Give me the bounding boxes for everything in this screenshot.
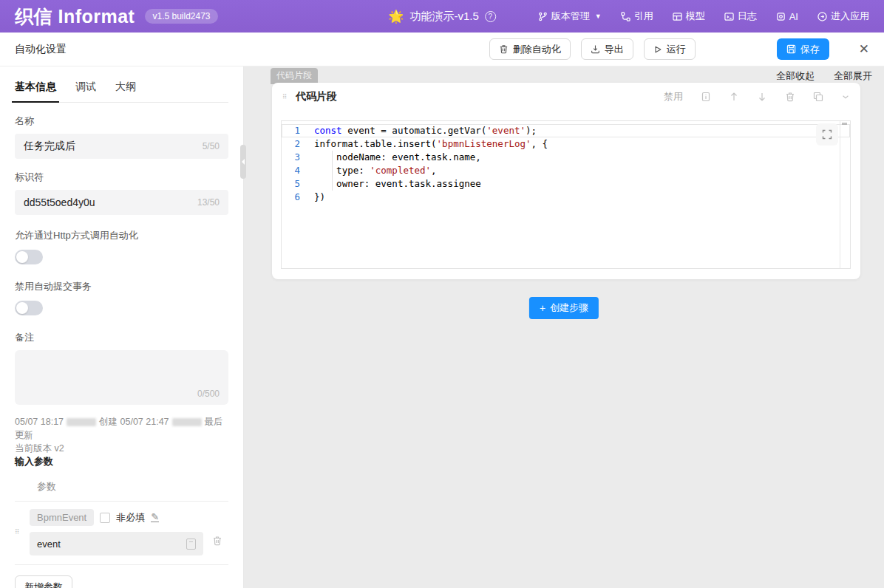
divider	[15, 501, 228, 502]
delete-automation-button[interactable]: 删除自动化	[489, 38, 571, 60]
code-line[interactable]: 6 })	[282, 191, 850, 204]
code-line[interactable]: 3 nodeName: event.task.name,	[282, 151, 850, 164]
log-icon	[724, 12, 734, 21]
download-icon	[591, 44, 600, 54]
code-line[interactable]: 2 informat.table.insert('bpmnListenerLog…	[282, 137, 850, 151]
code-snippet-card[interactable]: ⠿ 代码片段 禁用	[272, 83, 860, 279]
code-line[interactable]: 5 owner: event.task.assignee	[282, 177, 850, 191]
menu-enter-app[interactable]: 进入应用	[817, 10, 869, 23]
run-button[interactable]: 运行	[644, 38, 696, 60]
menu-log[interactable]: 日志	[724, 10, 757, 23]
page-title: 自动化设置	[15, 43, 67, 56]
line-number: 5	[282, 177, 314, 191]
add-param-button[interactable]: 新增参数	[15, 575, 72, 588]
name-input[interactable]: 任务完成后 5/50	[15, 134, 228, 159]
move-up-icon[interactable]	[729, 92, 739, 102]
http-toggle-label: 允许通过Http方式调用自动化	[15, 229, 228, 242]
star-icon: 🌟	[388, 9, 404, 24]
identifier-counter: 13/50	[197, 197, 220, 208]
identifier-label: 标识符	[15, 171, 228, 184]
card-drag-handle-icon[interactable]: ⠿	[282, 95, 290, 99]
save-icon	[786, 44, 796, 54]
play-icon	[653, 45, 662, 54]
remark-counter: 0/500	[197, 389, 220, 399]
drag-handle-icon[interactable]: ⠿	[15, 530, 22, 534]
optional-label: 非必填	[116, 511, 145, 524]
param-type-chip: BpmnEvent	[30, 509, 94, 526]
code-line[interactable]: 4 type: 'completed',	[282, 164, 850, 177]
tab-debug[interactable]: 调试	[75, 74, 96, 102]
menu-model[interactable]: 模型	[673, 10, 705, 23]
params-group-label: 参数	[15, 480, 228, 493]
chevron-down-icon: ▼	[595, 13, 602, 20]
delete-param-icon[interactable]	[212, 536, 222, 546]
remark-label: 备注	[15, 331, 228, 344]
app-topbar: 织信 Informat v1.5 build2473 🌟 功能演示-v1.5 ?…	[0, 0, 884, 33]
transaction-toggle[interactable]	[15, 301, 43, 315]
minimap-code-mark	[842, 123, 847, 125]
line-number: 2	[282, 137, 314, 151]
settings-toolbar: 自动化设置 删除自动化 导出 运行 保存 ✕	[0, 33, 884, 66]
param-name-input[interactable]: event	[30, 532, 203, 555]
disable-step-button[interactable]: 禁用	[664, 90, 683, 103]
transaction-toggle-label: 禁用自动提交事务	[15, 280, 228, 293]
expand-all-link[interactable]: 全部展开	[834, 69, 872, 83]
tab-basic-info[interactable]: 基本信息	[15, 74, 56, 102]
input-params-title: 输入参数	[15, 455, 228, 468]
reference-icon	[621, 12, 630, 21]
sidebar-tabs: 基本信息 调试 大纲	[15, 74, 228, 103]
card-title: 代码片段	[296, 90, 337, 103]
step-type-tag: 代码片段	[271, 68, 318, 84]
line-number: 1	[282, 124, 314, 137]
param-row: ⠿ BpmnEvent 非必填 ✎ event	[15, 509, 228, 555]
minimap	[840, 121, 840, 268]
delete-step-icon[interactable]	[785, 92, 795, 102]
create-step-button[interactable]: + 创建步骤	[529, 297, 599, 319]
identifier-input[interactable]: dd55t5oed4y0u 13/50	[15, 190, 228, 215]
move-down-icon[interactable]	[757, 92, 767, 102]
branch-icon	[538, 12, 548, 21]
current-version: 当前版本 v2	[15, 442, 228, 455]
line-number: 3	[282, 151, 314, 164]
app-logo: 织信 Informat	[15, 4, 135, 29]
divider	[15, 564, 228, 565]
help-icon[interactable]: ?	[485, 11, 496, 22]
menu-ai[interactable]: AI	[776, 11, 798, 22]
collapse-card-icon[interactable]	[841, 92, 850, 101]
name-label: 名称	[15, 114, 228, 128]
collapse-all-link[interactable]: 全部收起	[776, 69, 815, 83]
settings-sidebar: 基本信息 调试 大纲 名称 任务完成后 5/50 标识符 dd55t5oed4y…	[0, 66, 244, 588]
automation-title: 功能演示-v1.5	[409, 10, 478, 24]
duplicate-step-icon[interactable]	[813, 92, 823, 102]
name-counter: 5/50	[203, 141, 220, 151]
code-editor[interactable]: 1 const event = automatic.getVar('event'…	[281, 120, 851, 269]
automation-canvas: 全部收起 全部展开 代码片段 ⠿ 代码片段 禁用	[244, 66, 884, 588]
menu-reference[interactable]: 引用	[621, 10, 653, 23]
http-toggle[interactable]	[15, 250, 43, 264]
sidebar-collapse-handle[interactable]	[240, 145, 246, 179]
menu-version-management[interactable]: 版本管理 ▼	[538, 10, 602, 23]
close-icon[interactable]: ✕	[859, 43, 869, 55]
line-number: 4	[282, 164, 314, 177]
remark-textarea[interactable]: 0/500	[15, 350, 228, 405]
redacted-creator-name	[67, 418, 96, 426]
enter-app-icon	[817, 12, 827, 21]
note-icon[interactable]	[701, 92, 711, 102]
export-button[interactable]: 导出	[581, 38, 633, 60]
fullscreen-icon[interactable]	[816, 123, 838, 146]
trash-icon	[499, 44, 509, 54]
indent-guide	[332, 151, 333, 191]
edit-pencil-icon[interactable]: ✎	[151, 513, 159, 522]
code-line[interactable]: 1 const event = automatic.getVar('event'…	[282, 124, 850, 137]
optional-checkbox[interactable]	[100, 513, 110, 523]
model-icon	[673, 12, 682, 21]
line-number: 6	[282, 191, 314, 204]
ai-icon	[776, 12, 786, 21]
field-type-icon	[186, 539, 196, 550]
plus-icon: +	[540, 303, 545, 313]
redacted-updater-name	[172, 418, 202, 426]
tab-outline[interactable]: 大纲	[115, 74, 136, 102]
save-button[interactable]: 保存	[777, 38, 829, 60]
meta-info: 05/07 18:17创建 05/07 21:47最后更新	[15, 415, 228, 442]
version-badge: v1.5 build2473	[145, 9, 217, 24]
